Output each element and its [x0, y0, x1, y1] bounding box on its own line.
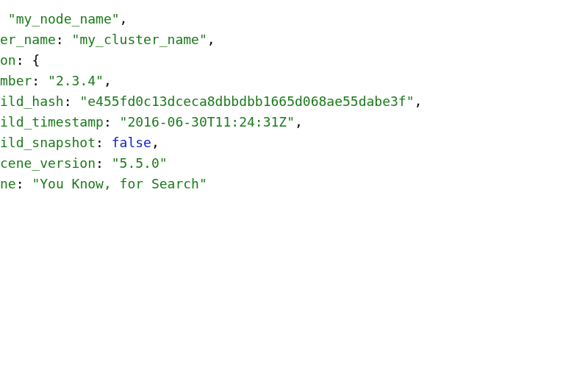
json-punct: , — [295, 114, 303, 130]
json-punct: , — [120, 11, 128, 26]
json-punct: , — [151, 135, 159, 150]
json-string: "5.5.0" — [112, 155, 168, 171]
json-key: ild_snapshot — [0, 135, 96, 150]
json-key: mber — [0, 73, 32, 88]
json-punct: : — [16, 176, 32, 191]
code-line: ne: "You Know, for Search" — [0, 174, 588, 194]
code-line: "my_node_name", — [0, 9, 588, 29]
json-punct: : — [96, 135, 112, 150]
code-line: er_name: "my_cluster_name", — [0, 29, 588, 50]
json-punct: : — [16, 52, 32, 68]
code-line: cene_version: "5.5.0" — [0, 153, 588, 174]
json-punct: : — [104, 114, 120, 130]
json-punct: : — [64, 93, 80, 109]
json-string: "my_cluster_name" — [72, 32, 207, 47]
json-key: cene_version — [0, 155, 96, 171]
json-punct: : — [56, 32, 72, 47]
json-key: ild_hash — [0, 93, 64, 109]
json-punct: : — [32, 73, 48, 88]
json-punct: : — [96, 155, 112, 171]
json-response-viewer: "my_node_name",er_name: "my_cluster_name… — [0, 0, 588, 194]
json-key: er_name — [0, 32, 56, 47]
json-punct: { — [32, 52, 40, 68]
json-boolean: false — [112, 135, 151, 150]
code-line: ild_snapshot: false, — [0, 132, 588, 153]
json-key: ne — [0, 176, 16, 191]
json-string: "2016-06-30T11:24:31Z" — [120, 114, 295, 130]
json-punct: , — [207, 32, 215, 47]
json-punct: , — [415, 93, 423, 109]
json-string: "You Know, for Search" — [32, 176, 207, 191]
code-line: on: { — [0, 50, 588, 71]
json-key: on — [0, 52, 16, 68]
json-punct: , — [104, 73, 112, 88]
json-string: "e455fd0c13dceca8dbbdbb1665d068ae55dabe3… — [79, 93, 414, 109]
json-string: "my_node_name" — [8, 11, 120, 26]
code-line: ild_timestamp: "2016-06-30T11:24:31Z", — [0, 112, 588, 132]
code-line: mber: "2.3.4", — [0, 71, 588, 91]
json-key: ild_timestamp — [0, 114, 104, 130]
json-string: "2.3.4" — [48, 73, 104, 88]
code-line: ild_hash: "e455fd0c13dceca8dbbdbb1665d06… — [0, 91, 588, 112]
